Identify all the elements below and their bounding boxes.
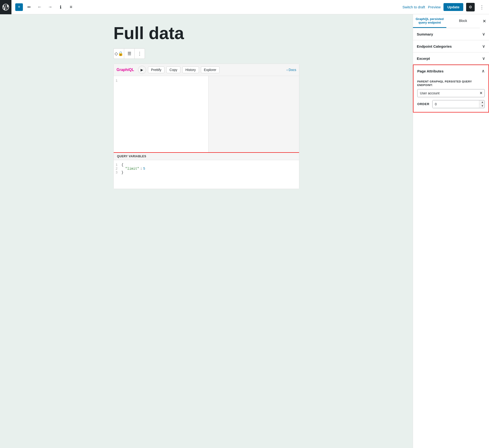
toolbar-right-actions: Switch to draft Preview Update ⚙ ⋮	[402, 3, 486, 11]
graphiql-query-area[interactable]: 1	[114, 76, 209, 152]
close-brace: }	[121, 171, 123, 174]
history-button[interactable]: History	[182, 66, 199, 73]
query-variables-header: QUERY VARIABLES	[114, 153, 299, 160]
endpoint-categories-chevron-icon: ∨	[482, 44, 485, 49]
vars-colon: :	[140, 167, 142, 171]
graphiql-variables-panel: QUERY VARIABLES 1 { 2 "limit" : 5	[114, 152, 299, 189]
copy-button[interactable]: Copy	[166, 66, 180, 73]
parent-endpoint-input-row: ✕	[417, 89, 485, 97]
sidebar-section-excerpt: Excerpt ∨	[413, 52, 489, 65]
add-block-button[interactable]: +	[15, 3, 23, 11]
update-button[interactable]: Update	[443, 3, 463, 11]
line-number-2: 2	[115, 167, 120, 171]
vars-line-2: 2 "limit" : 5	[115, 167, 297, 171]
vars-key: "limit"	[125, 167, 139, 171]
summary-section-toggle[interactable]: Summary ∨	[413, 28, 489, 40]
explorer-button[interactable]: Explorer	[201, 66, 220, 73]
redo-button[interactable]: →	[46, 3, 54, 11]
order-increment-button[interactable]: ▲	[479, 100, 485, 104]
right-sidebar: GraphQL persisted query endpoint Block ✕…	[413, 14, 489, 448]
vars-line-1: 1 {	[115, 163, 297, 167]
excerpt-chevron-icon: ∨	[482, 56, 485, 61]
excerpt-section-title: Excerpt	[417, 57, 430, 61]
graphiql-header: GraphiQL ▶ Prettify Copy History Explore…	[114, 64, 299, 76]
block-tool-more-button[interactable]: ⋮	[134, 48, 145, 59]
block-toolbar: ◇🔒 ☰ ⋮	[114, 48, 299, 59]
graphiql-run-button[interactable]: ▶	[138, 66, 146, 74]
page-title: Full data	[114, 24, 299, 43]
order-spinners: ▲ ▼	[479, 100, 485, 108]
sidebar-tabs: GraphQL persisted query endpoint Block	[413, 14, 480, 28]
undo-button[interactable]: ←	[35, 3, 44, 11]
graphiql-block: GraphiQL ▶ Prettify Copy History Explore…	[114, 64, 299, 189]
line-number: 1	[115, 79, 120, 83]
vars-value: 5	[143, 167, 145, 171]
page-attributes-title: Page Attributes	[417, 69, 443, 73]
editor-area: Full data ◇🔒 ☰ ⋮ GraphiQL ▶ Prettify	[0, 14, 413, 448]
settings-button[interactable]: ⚙	[466, 3, 475, 11]
edit-button[interactable]: ✏	[25, 3, 33, 11]
order-decrement-button[interactable]: ▼	[479, 104, 485, 108]
info-button[interactable]: ℹ	[56, 3, 65, 11]
wp-logo-icon	[2, 4, 9, 10]
sidebar-close-button[interactable]: ✕	[480, 16, 489, 27]
endpoint-categories-title: Endpoint Categories	[417, 44, 452, 48]
page-attributes-section-toggle[interactable]: Page Attributes ∧	[414, 65, 489, 77]
open-brace: {	[121, 163, 123, 167]
preview-button[interactable]: Preview	[428, 5, 441, 9]
sidebar-section-page-attributes: Page Attributes ∧ PARENT GRAPHQL PERSIST…	[413, 65, 489, 113]
page-attributes-chevron-icon: ∧	[482, 68, 485, 74]
align-icon: ☰	[128, 51, 131, 56]
prettify-button[interactable]: Prettify	[148, 66, 165, 73]
excerpt-section-toggle[interactable]: Excerpt ∨	[413, 52, 489, 64]
main-layout: Full data ◇🔒 ☰ ⋮ GraphiQL ▶ Prettify	[0, 14, 489, 448]
summary-section-title: Summary	[417, 32, 433, 36]
more-options-button[interactable]: ⋮	[478, 3, 486, 11]
vars-code-line-2: "limit" : 5	[121, 167, 145, 171]
parent-endpoint-label: PARENT GRAPHQL PERSISTED QUERY ENDPOINT:	[417, 80, 485, 87]
line-number-1: 1	[115, 163, 120, 167]
editor-content: Full data ◇🔒 ☰ ⋮ GraphiQL ▶ Prettify	[114, 24, 299, 189]
parent-endpoint-clear-button[interactable]: ✕	[478, 90, 484, 96]
order-label: ORDER	[417, 102, 429, 106]
docs-label: Docs	[289, 68, 296, 72]
block-tool-align-button[interactable]: ☰	[124, 48, 134, 59]
order-row: ORDER ▲ ▼	[417, 100, 485, 108]
sidebar-section-endpoint-categories: Endpoint Categories ∨	[413, 40, 489, 52]
sidebar-header: GraphQL persisted query endpoint Block ✕	[413, 14, 489, 28]
chevron-left-icon: ‹	[286, 68, 288, 72]
page-attributes-content: PARENT GRAPHQL PERSISTED QUERY ENDPOINT:…	[414, 77, 489, 112]
parent-endpoint-input[interactable]	[417, 89, 478, 97]
switch-to-draft-button[interactable]: Switch to draft	[402, 5, 425, 9]
summary-chevron-icon: ∨	[482, 32, 485, 37]
order-input[interactable]	[432, 100, 479, 108]
tab-block[interactable]: Block	[446, 14, 480, 28]
list-view-button[interactable]: ≡	[67, 3, 75, 11]
schema-lock-icon: ◇🔒	[115, 51, 123, 56]
top-toolbar: + ✏ ← → ℹ ≡ Switch to draft Preview Upda…	[0, 0, 489, 14]
docs-button[interactable]: ‹ Docs	[286, 68, 296, 72]
endpoint-categories-section-toggle[interactable]: Endpoint Categories ∨	[413, 40, 489, 52]
wp-logo	[0, 0, 11, 14]
graphiql-body: 1	[114, 76, 299, 152]
query-variables-body[interactable]: 1 { 2 "limit" : 5 3	[114, 160, 299, 189]
tab-graphql-persisted[interactable]: GraphQL persisted query endpoint	[413, 14, 446, 28]
more-vertical-icon: ⋮	[138, 51, 142, 56]
block-tool-schema-button[interactable]: ◇🔒	[114, 48, 124, 59]
line-number-3: 3	[115, 171, 120, 174]
graphiql-result-area	[209, 76, 299, 152]
order-input-wrap: ▲ ▼	[432, 100, 485, 108]
vars-line-3: 3 }	[115, 171, 297, 174]
sidebar-section-summary: Summary ∨	[413, 28, 489, 40]
graphiql-logo: GraphiQL	[116, 68, 134, 72]
